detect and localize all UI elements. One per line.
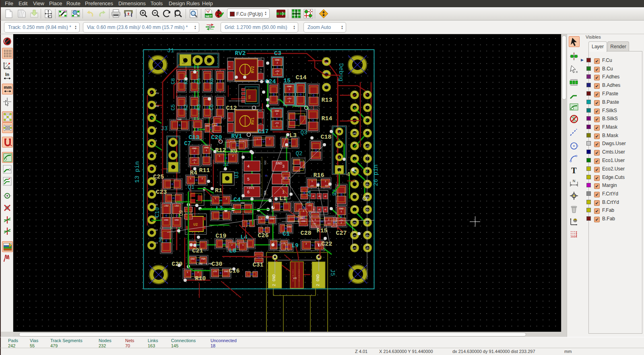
svg-text:C7: C7 [184, 140, 191, 147]
svg-text:C22: C22 [321, 241, 332, 248]
svg-text:2: 2 [305, 242, 307, 245]
svg-text:GND: GND [206, 62, 210, 64]
svg-text:SIC: SIC [327, 223, 331, 225]
svg-text:1: 1 [277, 72, 278, 75]
svg-text:GND: GND [205, 125, 210, 127]
svg-text:3: 3 [172, 143, 173, 145]
svg-text:L1: L1 [279, 195, 287, 202]
svg-text:C29: C29 [171, 261, 182, 268]
svg-text:R6: R6 [209, 78, 215, 84]
svg-text:+6V: +6V [353, 247, 357, 249]
svg-text:R1: R1 [215, 187, 222, 194]
svg-text:103: 103 [365, 232, 369, 234]
svg-text:3: 3 [339, 144, 340, 146]
svg-text:1: 1 [341, 210, 342, 213]
svg-text:+5V: +5V [182, 62, 185, 65]
svg-text:J18: J18 [353, 142, 356, 145]
svg-text:2: 2 [275, 255, 276, 257]
svg-text:C17: C17 [258, 128, 268, 135]
svg-text:SDA: SDA [325, 185, 328, 187]
svg-text:26 pin: 26 pin [373, 164, 380, 186]
svg-text:SIC: SIC [366, 222, 369, 224]
svg-text:3: 3 [282, 164, 285, 169]
svg-text:R15: R15 [316, 228, 327, 234]
svg-text:RV1: RV1 [231, 133, 242, 140]
svg-text:R11: R11 [199, 167, 210, 174]
svg-text:+5V: +5V [195, 62, 198, 64]
svg-text:+5V: +5V [164, 205, 169, 207]
svg-text:R14: R14 [321, 115, 332, 122]
svg-text:+V3: +V3 [366, 146, 369, 148]
svg-text:NET: NET [206, 14, 212, 18]
svg-text:10: 10 [155, 203, 158, 206]
svg-text:RV1: RV1 [251, 117, 255, 125]
svg-text:+5V: +5V [175, 205, 179, 207]
svg-text:GND: GND [224, 270, 229, 273]
svg-text:Q1: Q1 [188, 184, 195, 191]
svg-text:R3: R3 [196, 104, 202, 111]
svg-text:+5V: +5V [213, 270, 217, 273]
svg-text:2: 2 [197, 271, 199, 274]
svg-text:1-5: 1-5 [365, 155, 369, 158]
svg-text:I21: I21 [365, 117, 369, 119]
svg-text:105: 105 [365, 219, 369, 221]
svg-text:GND: GND [353, 222, 357, 224]
svg-text:+3V3: +3V3 [246, 186, 254, 190]
svg-text:J3: J3 [161, 125, 168, 132]
svg-text:In: In [5, 72, 9, 77]
svg-text:J24: J24 [353, 104, 356, 107]
svg-text:GND: GND [287, 226, 292, 228]
svg-text:RV2: RV2 [235, 50, 246, 57]
svg-text:GND: GND [171, 140, 175, 142]
svg-text:R16: R16 [313, 172, 324, 179]
svg-text:1: 1 [187, 271, 188, 274]
svg-text:13 pin: 13 pin [134, 161, 141, 183]
svg-text:R10: R10 [195, 275, 206, 282]
svg-text:6: 6 [155, 152, 157, 155]
svg-text:C25: C25 [153, 174, 164, 181]
svg-text:2: 2 [325, 180, 326, 183]
svg-text:J04: J04 [353, 232, 356, 234]
svg-text:2: 2 [276, 113, 278, 115]
svg-text:4: 4 [339, 131, 340, 134]
svg-text:+5V: +5V [338, 167, 341, 169]
svg-text:C26: C26 [258, 232, 268, 239]
svg-text:L: L [257, 138, 258, 141]
svg-text:GND: GND [259, 109, 262, 111]
svg-text:4: 4 [346, 171, 350, 178]
svg-text:C3: C3 [274, 50, 281, 57]
svg-text:J10: J10 [353, 193, 356, 196]
svg-text:+B: +B [312, 195, 314, 197]
svg-text:3: 3 [207, 57, 208, 60]
svg-text:R4: R4 [190, 170, 197, 176]
svg-text:109: 109 [365, 193, 369, 196]
svg-text:SIC: SIC [264, 160, 267, 164]
svg-text:C4: C4 [196, 78, 202, 84]
svg-text:Debug: Debug [337, 63, 344, 81]
svg-text:J22: J22 [353, 117, 356, 119]
svg-text:Q2: Q2 [296, 150, 303, 157]
svg-text:I25: I25 [365, 91, 369, 94]
svg-text:GND: GND [191, 258, 195, 261]
svg-text:C12: C12 [226, 105, 237, 112]
svg-text:2: 2 [341, 222, 342, 224]
svg-text:3: 3 [311, 180, 313, 183]
svg-text:C4: C4 [233, 197, 241, 203]
svg-text:C10: C10 [154, 207, 161, 217]
svg-text:2: 2 [202, 177, 203, 180]
svg-text:1: 1 [194, 161, 195, 164]
svg-text:J5: J5 [329, 269, 336, 276]
svg-text:2: 2 [261, 218, 262, 220]
svg-text:P01: P01 [366, 184, 369, 186]
svg-text:15: 15 [283, 78, 291, 84]
svg-text:R13: R13 [321, 97, 332, 104]
svg-text:2: 2 [277, 62, 278, 64]
svg-text:1: 1 [171, 164, 172, 167]
svg-text:GND: GND [338, 129, 341, 131]
svg-text:+5V: +5V [310, 185, 314, 187]
svg-text:C18: C18 [320, 134, 331, 141]
svg-text:GND: GND [324, 62, 328, 65]
svg-text:J16: J16 [353, 155, 356, 158]
svg-text:C6: C6 [209, 104, 215, 111]
svg-text:J1: J1 [167, 47, 174, 54]
